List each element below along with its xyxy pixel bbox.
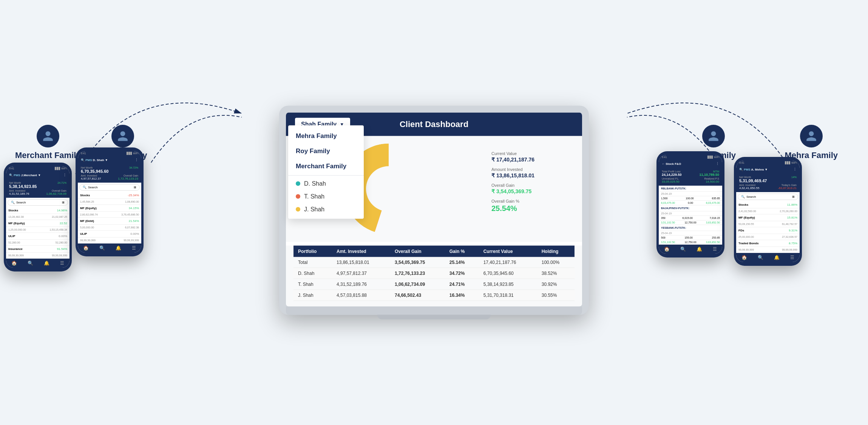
phone-shah: 9:41▊▊▊ WiFi 🔍 PMS D. Shah ▼ ⋮ Net Worth… [76, 147, 144, 256]
phone-nav-shah[interactable]: 🏠 🔍 🔔 ☰ [78, 244, 141, 253]
phone-row-mfdebt-shah: MF (Debt) 21.54% [78, 218, 141, 225]
phone-row-ulip-merchant: ULIP 0.00% [6, 233, 70, 240]
phone-row-insurance-merchant: Insurance 91.54% [6, 246, 70, 253]
status-bar-mehra: 9:41▊▊▊ WiFi [736, 161, 800, 165]
phone-header-mehra: 🔍 PMS A. Mehra ▼ ⋮ [736, 165, 800, 174]
dropdown-item-merchant[interactable]: Merchant Family [288, 159, 364, 174]
phone-search-merchant[interactable]: 🔍Search ⊞ [8, 199, 68, 206]
phone-merchant: 9:41▊▊▊ WiFi 🔍 PMS J.Merchant ▼ ⋮ Net Wo… [4, 163, 72, 271]
stat-amount-invested: Amount Invested ₹ 13,86,15,818.01 [491, 167, 575, 178]
stat-overall-gain: Overall Gain ₹ 3,54,05,369.75 [491, 183, 575, 194]
col-amt-invested: Amt. Invested [332, 246, 390, 257]
col-current-value: Current Value [479, 246, 537, 257]
stat-overall-gain-pct: Overall Gain % 25.54% [491, 199, 575, 213]
legend-item-dshah: D. Shah [288, 177, 364, 190]
phone-row-stocks-mehra: Stocks 11.86% [736, 202, 800, 208]
phone-search-shah[interactable]: 🔍Search ⊞ [79, 184, 140, 191]
phone-roy: 9:41▊▊▊ WiFi ← Stock F&O ⋮ Total Profit … [656, 151, 724, 257]
phone-networth-shah: Net Worth34.72% 6,70,35,945.60 Amt. Inve… [78, 164, 141, 183]
phone-header-merchant: 🔍 PMS J.Merchant ▼ ⋮ [6, 171, 70, 179]
col-portfolio: Portfolio [293, 246, 332, 257]
legend-dot-jshah [296, 207, 300, 212]
table-section: Portfolio Amt. Invested Overall Gain Gai… [286, 246, 582, 307]
phone-row-fds-mehra: FDs 9.31% [736, 227, 800, 234]
dropdown-divider [288, 175, 364, 176]
phone-row-bonds-mehra: Traded Bonds 8.75% [736, 240, 800, 247]
table-row: D. Shah 4,97,57,812.37 1,72,76,133.23 34… [293, 268, 575, 279]
stat-current-value: Current Value ₹ 17,40,21,187.76 [491, 151, 575, 163]
phone-nav-mehra[interactable]: 🏠 🔍 🔔 ☰ [736, 253, 800, 262]
family-icon-mehra: Mehra Family [785, 125, 838, 160]
col-overall-gain: Overall Gain [390, 246, 445, 257]
laptop-foot [377, 315, 491, 320]
stats-section: Current Value ₹ 17,40,21,187.76 Amount I… [491, 144, 575, 234]
phone-nav-roy[interactable]: 🏠 🔍 🔔 ☰ [659, 245, 722, 254]
table-row: J. Shah 4,57,03,815.88 74,66,502.43 16.3… [293, 290, 575, 301]
phone-row-mf-mehra: MF (Equity) 15.81% [736, 214, 800, 221]
phone-header-roy: ← Stock F&O ⋮ [659, 160, 722, 168]
legend-item-jshah: J. Shah [288, 203, 364, 216]
status-bar-merchant: 9:41▊▊▊ WiFi [6, 166, 70, 171]
table-row: T. Shah 4,31,52,189.76 1,06,62,734.09 24… [293, 279, 575, 290]
laptop-base [286, 307, 582, 315]
phone-row-mf-merchant: MF (Equity) 22.52 [6, 220, 70, 227]
phone-row-mf-shah: MF (Equity) 34.15% [78, 205, 141, 212]
phone-networth-mehra: Net Worth14% 5,31,09,469.47 Amt. Investe… [736, 174, 800, 192]
table-row: Total 13,86,15,818.01 3,54,05,369.75 25.… [293, 257, 575, 268]
portfolio-table: Portfolio Amt. Invested Overall Gain Gai… [293, 246, 575, 301]
col-holding: Holding [537, 246, 575, 257]
phone-nav-merchant[interactable]: 🏠 🔍 🔔 ☰ [6, 259, 70, 268]
dropdown-item-roy[interactable]: Roy Family [288, 144, 364, 159]
dashboard-title: Client Dashboard [400, 119, 468, 129]
family-icon-merchant: Merchant Family [15, 125, 81, 160]
legend-dot-tshah [296, 194, 300, 199]
dropdown-menu: Mehra Family Roy Family Merchant Family … [288, 126, 364, 219]
phone-networth-roy: Total Profit LossMTM 24,14,229.50 11,10,… [659, 168, 722, 186]
legend-item-tshah: T. Shah [288, 190, 364, 203]
phone-mehra: 9:41▊▊▊ WiFi 🔍 PMS A. Mehra ▼ ⋮ Net Wort… [734, 157, 802, 266]
phone-row-ulip-shah: ULIP 0.00% [78, 231, 141, 237]
dropdown-item-mehra[interactable]: Mehra Family [288, 129, 364, 144]
phone-row-stocks-shah: Stocks -25.34% [78, 192, 141, 199]
status-bar-shah: 9:41▊▊▊ WiFi [78, 151, 141, 156]
status-bar-roy: 9:41▊▊▊ WiFi [659, 155, 722, 160]
phone-networth-merchant: Net Worth24.71% 5,38,14,923.85 Amt. Inve… [6, 179, 70, 198]
legend-dot-dshah [296, 181, 300, 186]
table-header-row: Portfolio Amt. Invested Overall Gain Gai… [293, 246, 575, 257]
phone-row-stocks-merchant: Stocks 14.96% [6, 207, 70, 214]
col-gain-pct: Gain % [445, 246, 479, 257]
laptop-dashboard: Shah Family ▼ Client Dashboard Mehra Fam… [279, 106, 589, 320]
svg-point-1 [366, 166, 411, 212]
phone-search-mehra[interactable]: 🔍Search ⊞ [738, 194, 798, 200]
phone-header-shah: 🔍 PMS D. Shah ▼ ⋮ [78, 156, 141, 164]
